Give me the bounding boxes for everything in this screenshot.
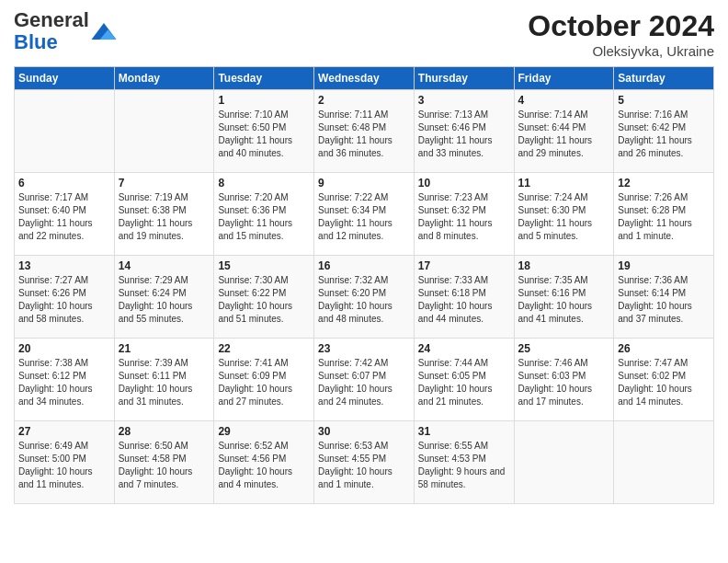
cell-content: Sunrise: 7:38 AM Sunset: 6:12 PM Dayligh… bbox=[18, 357, 110, 408]
calendar-cell: 5Sunrise: 7:16 AM Sunset: 6:42 PM Daylig… bbox=[614, 90, 714, 173]
cell-content: Sunrise: 7:16 AM Sunset: 6:42 PM Dayligh… bbox=[618, 109, 710, 160]
calendar-table: SundayMondayTuesdayWednesdayThursdayFrid… bbox=[14, 66, 714, 504]
day-number: 21 bbox=[119, 342, 210, 355]
calendar-cell: 3Sunrise: 7:13 AM Sunset: 6:46 PM Daylig… bbox=[414, 90, 514, 173]
day-number: 9 bbox=[318, 177, 410, 190]
day-number: 10 bbox=[418, 177, 510, 190]
day-number: 16 bbox=[318, 259, 410, 272]
calendar-cell: 15Sunrise: 7:30 AM Sunset: 6:22 PM Dayli… bbox=[214, 256, 314, 339]
calendar-cell: 6Sunrise: 7:17 AM Sunset: 6:40 PM Daylig… bbox=[15, 173, 115, 256]
calendar-cell: 28Sunrise: 6:50 AM Sunset: 4:58 PM Dayli… bbox=[114, 421, 214, 504]
calendar-cell: 23Sunrise: 7:42 AM Sunset: 6:07 PM Dayli… bbox=[314, 339, 415, 421]
cell-content: Sunrise: 7:35 AM Sunset: 6:16 PM Dayligh… bbox=[518, 274, 610, 326]
calendar-week-row: 6Sunrise: 7:17 AM Sunset: 6:40 PM Daylig… bbox=[15, 173, 714, 256]
column-header-thursday: Thursday bbox=[414, 67, 514, 90]
calendar-cell: 16Sunrise: 7:32 AM Sunset: 6:20 PM Dayli… bbox=[314, 256, 415, 339]
calendar-cell: 20Sunrise: 7:38 AM Sunset: 6:12 PM Dayli… bbox=[15, 339, 115, 421]
calendar-week-row: 27Sunrise: 6:49 AM Sunset: 5:00 PM Dayli… bbox=[15, 421, 714, 504]
calendar-cell: 18Sunrise: 7:35 AM Sunset: 6:16 PM Dayli… bbox=[514, 256, 614, 339]
calendar-week-row: 13Sunrise: 7:27 AM Sunset: 6:26 PM Dayli… bbox=[15, 256, 714, 339]
column-header-sunday: Sunday bbox=[15, 67, 115, 90]
calendar-cell: 12Sunrise: 7:26 AM Sunset: 6:28 PM Dayli… bbox=[614, 173, 714, 256]
calendar-week-row: 1Sunrise: 7:10 AM Sunset: 6:50 PM Daylig… bbox=[15, 90, 714, 173]
day-number: 7 bbox=[119, 177, 210, 190]
day-number: 23 bbox=[318, 342, 410, 355]
day-number: 25 bbox=[518, 342, 610, 355]
calendar-cell: 9Sunrise: 7:22 AM Sunset: 6:34 PM Daylig… bbox=[314, 173, 415, 256]
cell-content: Sunrise: 7:20 AM Sunset: 6:36 PM Dayligh… bbox=[218, 191, 310, 243]
day-number: 20 bbox=[18, 342, 110, 355]
cell-content: Sunrise: 6:49 AM Sunset: 5:00 PM Dayligh… bbox=[18, 440, 110, 491]
day-number: 19 bbox=[618, 259, 710, 272]
page-header: General Blue October 2024 Oleksiyvka, Uk… bbox=[14, 9, 714, 59]
cell-content: Sunrise: 7:30 AM Sunset: 6:22 PM Dayligh… bbox=[218, 274, 310, 326]
day-number: 3 bbox=[418, 94, 510, 107]
calendar-cell bbox=[514, 421, 614, 504]
calendar-cell: 14Sunrise: 7:29 AM Sunset: 6:24 PM Dayli… bbox=[114, 256, 214, 339]
calendar-cell: 4Sunrise: 7:14 AM Sunset: 6:44 PM Daylig… bbox=[514, 90, 614, 173]
calendar-cell: 26Sunrise: 7:47 AM Sunset: 6:02 PM Dayli… bbox=[614, 339, 714, 421]
day-number: 30 bbox=[318, 425, 410, 438]
cell-content: Sunrise: 6:50 AM Sunset: 4:58 PM Dayligh… bbox=[119, 440, 210, 491]
day-number: 27 bbox=[18, 425, 110, 438]
calendar-cell: 31Sunrise: 6:55 AM Sunset: 4:53 PM Dayli… bbox=[414, 421, 514, 504]
day-number: 13 bbox=[18, 259, 110, 272]
calendar-cell: 2Sunrise: 7:11 AM Sunset: 6:48 PM Daylig… bbox=[314, 90, 415, 173]
calendar-cell: 7Sunrise: 7:19 AM Sunset: 6:38 PM Daylig… bbox=[114, 173, 214, 256]
calendar-cell: 27Sunrise: 6:49 AM Sunset: 5:00 PM Dayli… bbox=[15, 421, 115, 504]
cell-content: Sunrise: 7:17 AM Sunset: 6:40 PM Dayligh… bbox=[18, 191, 110, 243]
cell-content: Sunrise: 7:33 AM Sunset: 6:18 PM Dayligh… bbox=[418, 274, 510, 326]
day-number: 26 bbox=[618, 342, 710, 355]
column-header-wednesday: Wednesday bbox=[314, 67, 415, 90]
calendar-cell: 13Sunrise: 7:27 AM Sunset: 6:26 PM Dayli… bbox=[15, 256, 115, 339]
cell-content: Sunrise: 7:23 AM Sunset: 6:32 PM Dayligh… bbox=[418, 191, 510, 243]
calendar-cell: 1Sunrise: 7:10 AM Sunset: 6:50 PM Daylig… bbox=[214, 90, 314, 173]
cell-content: Sunrise: 7:32 AM Sunset: 6:20 PM Dayligh… bbox=[318, 274, 410, 326]
day-number: 4 bbox=[518, 94, 610, 107]
cell-content: Sunrise: 7:10 AM Sunset: 6:50 PM Dayligh… bbox=[218, 109, 310, 160]
calendar-cell: 11Sunrise: 7:24 AM Sunset: 6:30 PM Dayli… bbox=[514, 173, 614, 256]
day-number: 31 bbox=[418, 425, 510, 438]
day-number: 11 bbox=[518, 177, 610, 190]
cell-content: Sunrise: 6:52 AM Sunset: 4:56 PM Dayligh… bbox=[218, 440, 310, 491]
cell-content: Sunrise: 7:13 AM Sunset: 6:46 PM Dayligh… bbox=[418, 109, 510, 160]
calendar-header-row: SundayMondayTuesdayWednesdayThursdayFrid… bbox=[15, 67, 714, 90]
day-number: 12 bbox=[618, 177, 710, 190]
calendar-cell: 22Sunrise: 7:41 AM Sunset: 6:09 PM Dayli… bbox=[214, 339, 314, 421]
column-header-friday: Friday bbox=[514, 67, 614, 90]
column-header-monday: Monday bbox=[114, 67, 214, 90]
cell-content: Sunrise: 7:26 AM Sunset: 6:28 PM Dayligh… bbox=[618, 191, 710, 243]
cell-content: Sunrise: 7:47 AM Sunset: 6:02 PM Dayligh… bbox=[618, 357, 710, 408]
cell-content: Sunrise: 7:19 AM Sunset: 6:38 PM Dayligh… bbox=[119, 191, 210, 243]
cell-content: Sunrise: 7:24 AM Sunset: 6:30 PM Dayligh… bbox=[518, 191, 610, 243]
logo-icon bbox=[91, 23, 117, 40]
cell-content: Sunrise: 6:55 AM Sunset: 4:53 PM Dayligh… bbox=[418, 440, 510, 491]
title-section: October 2024 Oleksiyvka, Ukraine bbox=[528, 9, 714, 59]
calendar-cell: 19Sunrise: 7:36 AM Sunset: 6:14 PM Dayli… bbox=[614, 256, 714, 339]
calendar-cell: 8Sunrise: 7:20 AM Sunset: 6:36 PM Daylig… bbox=[214, 173, 314, 256]
day-number: 15 bbox=[218, 259, 310, 272]
calendar-cell: 29Sunrise: 6:52 AM Sunset: 4:56 PM Dayli… bbox=[214, 421, 314, 504]
cell-content: Sunrise: 7:46 AM Sunset: 6:03 PM Dayligh… bbox=[518, 357, 610, 408]
calendar-cell bbox=[614, 421, 714, 504]
calendar-cell: 10Sunrise: 7:23 AM Sunset: 6:32 PM Dayli… bbox=[414, 173, 514, 256]
calendar-cell: 25Sunrise: 7:46 AM Sunset: 6:03 PM Dayli… bbox=[514, 339, 614, 421]
day-number: 18 bbox=[518, 259, 610, 272]
calendar-cell: 24Sunrise: 7:44 AM Sunset: 6:05 PM Dayli… bbox=[414, 339, 514, 421]
cell-content: Sunrise: 7:22 AM Sunset: 6:34 PM Dayligh… bbox=[318, 191, 410, 243]
column-header-saturday: Saturday bbox=[614, 67, 714, 90]
day-number: 29 bbox=[218, 425, 310, 438]
cell-content: Sunrise: 7:14 AM Sunset: 6:44 PM Dayligh… bbox=[518, 109, 610, 160]
day-number: 5 bbox=[618, 94, 710, 107]
day-number: 8 bbox=[218, 177, 310, 190]
day-number: 28 bbox=[119, 425, 210, 438]
logo-general: General bbox=[14, 8, 89, 31]
cell-content: Sunrise: 7:44 AM Sunset: 6:05 PM Dayligh… bbox=[418, 357, 510, 408]
cell-content: Sunrise: 6:53 AM Sunset: 4:55 PM Dayligh… bbox=[318, 440, 410, 491]
logo-text: General Blue bbox=[14, 9, 89, 53]
calendar-cell bbox=[15, 90, 115, 173]
day-number: 2 bbox=[318, 94, 410, 107]
cell-content: Sunrise: 7:39 AM Sunset: 6:11 PM Dayligh… bbox=[119, 357, 210, 408]
day-number: 17 bbox=[418, 259, 510, 272]
calendar-cell: 17Sunrise: 7:33 AM Sunset: 6:18 PM Dayli… bbox=[414, 256, 514, 339]
